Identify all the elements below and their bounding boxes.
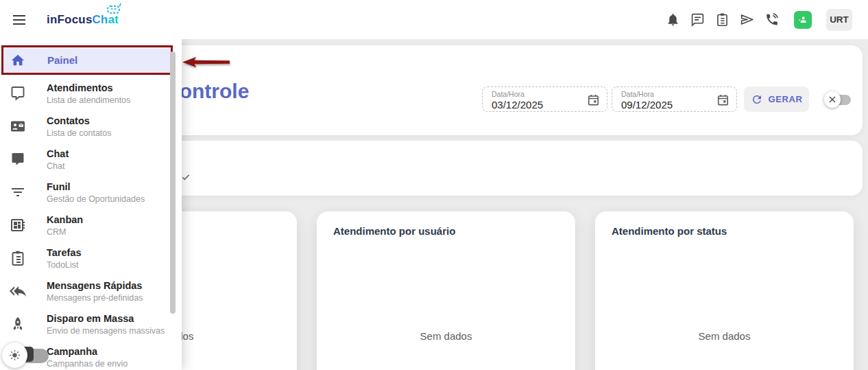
- menu-item-title: Disparo em Massa: [47, 312, 165, 325]
- clipboard-list-icon: [10, 250, 26, 266]
- chart-card-title: Atendimento por usuário: [333, 225, 559, 238]
- menu-item-subtitle: Gestão de Oportunidades: [47, 194, 145, 205]
- auto-refresh-toggle[interactable]: [824, 91, 852, 108]
- generate-button[interactable]: GERAR: [744, 86, 809, 112]
- filter-controls: Data/Hora 03/12/2025 Data/Hora 09/12/202…: [482, 86, 852, 112]
- menu-item-subtitle: Lista de atendimentos: [47, 95, 130, 106]
- sidebar-item-contatos[interactable]: ContatosLista de contatos: [0, 110, 182, 143]
- date-to-picker[interactable]: Data/Hora 09/12/2025: [612, 86, 737, 112]
- support-agent-button[interactable]: [794, 11, 812, 29]
- date-to-label: Data/Hora: [621, 90, 654, 98]
- menu-item-title: Kanban: [47, 213, 83, 226]
- check-icon: [181, 172, 191, 182]
- send-icon[interactable]: [740, 12, 754, 27]
- calendar-icon[interactable]: [716, 93, 730, 106]
- no-data-text: Sem dados: [612, 246, 837, 370]
- calls-phone-icon[interactable]: [764, 12, 779, 27]
- tasks-clipboard-icon[interactable]: [715, 12, 730, 27]
- menu-item-subtitle: Mensagens pré-definidas: [47, 292, 143, 303]
- sidebar-item-atendimentos[interactable]: AtendimentosLista de atendimentos: [0, 77, 182, 110]
- date-from-value: 03/12/2025: [492, 99, 543, 111]
- menu-item-subtitle: Chat: [47, 161, 69, 172]
- date-from-label: Data/Hora: [492, 90, 525, 98]
- toggle-thumb-off: [824, 91, 841, 108]
- annotation-arrow-icon: [181, 56, 232, 69]
- menu-item-title: Tarefas: [47, 246, 82, 259]
- calendar-icon[interactable]: [587, 93, 600, 106]
- contact-card-icon: [10, 118, 26, 135]
- user-badge-button[interactable]: URT: [826, 9, 852, 31]
- navbar-actions: URT: [666, 0, 852, 39]
- sidebar-item-label: Painel: [47, 54, 77, 66]
- sidebar-item-tarefas[interactable]: TarefasTodoList: [0, 242, 182, 275]
- sidebar-item-painel[interactable]: Painel: [1, 45, 173, 75]
- app-logo: inFocusChat: [47, 12, 119, 28]
- filter-list-icon: [10, 184, 26, 200]
- refresh-icon: [751, 93, 763, 106]
- date-from-picker[interactable]: Data/Hora 03/12/2025: [482, 86, 607, 112]
- date-to-value: 09/12/2025: [621, 99, 673, 111]
- top-navbar: inFocusChat URT: [0, 0, 868, 39]
- menu-item-subtitle: Campanhas de envio: [47, 358, 128, 369]
- sidebar-drawer: Painel AtendimentosLista de atendimentos…: [0, 39, 182, 370]
- sidebar-item-kanban[interactable]: KanbanCRM: [0, 209, 182, 242]
- menu-item-subtitle: TodoList: [47, 259, 82, 270]
- notifications-bell-icon[interactable]: [666, 12, 680, 27]
- sidebar-item-mensagens-rapidas[interactable]: Mensagens RápidasMensagens pré-definidas: [0, 275, 182, 308]
- close-icon: [829, 96, 836, 103]
- theme-switch-control[interactable]: [2, 343, 51, 369]
- chart-card-atendimento-por-status: Atendimento por status Sem dados: [595, 211, 854, 370]
- chart-card-atendimento-por-usuario: Atendimento por usuário Sem dados: [317, 211, 575, 370]
- menu-item-title: Mensagens Rápidas: [47, 279, 143, 292]
- menu-item-title: Atendimentos: [47, 82, 130, 94]
- menu-item-subtitle: CRM: [47, 227, 83, 238]
- logo-chatbot-icon: [104, 3, 124, 16]
- drawer-scrollbar[interactable]: [170, 51, 176, 314]
- logo-text-infocus: inFocus: [47, 13, 93, 27]
- menu-item-subtitle: Envio de mensagens massivas: [47, 325, 165, 336]
- chat-bubble-outline-icon: [10, 85, 26, 102]
- menu-item-subtitle: Lista de contatos: [47, 128, 112, 139]
- kanban-board-icon: [10, 217, 26, 233]
- messages-icon[interactable]: [690, 12, 705, 27]
- chat-bubble-filled-icon: [10, 151, 26, 167]
- generate-button-label: GERAR: [769, 94, 803, 104]
- no-data-text: Sem dados: [333, 246, 559, 370]
- reply-all-icon: [10, 283, 26, 299]
- sidebar-item-funil[interactable]: FunilGestão de Oportunidades: [0, 176, 182, 209]
- rocket-icon: [10, 316, 26, 332]
- chart-card-title: Atendimento por status: [612, 225, 837, 238]
- light-mode-sun-icon[interactable]: [2, 343, 27, 368]
- sidebar-item-chat[interactable]: ChatChat: [0, 143, 182, 176]
- menu-hamburger-icon[interactable]: [11, 12, 27, 28]
- menu-item-title: Funil: [47, 181, 145, 193]
- menu-item-title: Contatos: [47, 115, 112, 127]
- sidebar-item-disparo-em-massa[interactable]: Disparo em MassaEnvio de mensagens massi…: [0, 308, 182, 340]
- menu-item-title: Chat: [47, 148, 69, 160]
- sidebar-menu: AtendimentosLista de atendimentos Contat…: [0, 77, 182, 370]
- home-icon: [10, 53, 25, 68]
- menu-item-title: Campanha: [47, 345, 128, 358]
